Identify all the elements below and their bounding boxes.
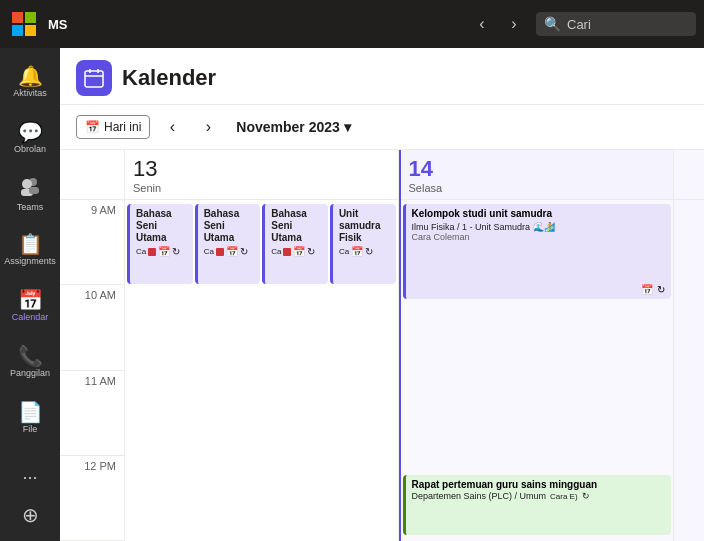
calendar-header: Kalender: [60, 48, 704, 105]
refresh-icon-3: ↻: [307, 246, 315, 257]
sidebar-label-file: File: [23, 424, 38, 435]
top-bar: MS ‹ › 🔍: [0, 0, 704, 48]
search-box: 🔍: [536, 12, 696, 36]
day-col-partial: [674, 150, 704, 541]
teams-icon: [19, 175, 41, 200]
time-slot-10am: 10 AM: [60, 285, 124, 370]
day-header-13: 13 Senin: [125, 150, 398, 200]
svg-rect-8: [85, 71, 103, 87]
day-number-14: 14: [409, 156, 433, 182]
sidebar-item-teams[interactable]: Teams: [4, 168, 56, 220]
time-slot-9am: 9 AM: [60, 200, 124, 285]
main-layout: 🔔 Aktivitas 💬 Obrolan Teams 📋 Assignment…: [0, 48, 704, 541]
day-col-13: 13 Senin Bahasa Seni Utama Ca: [125, 150, 399, 541]
time-slots: 9 AM 10 AM 11 AM 12 PM: [60, 200, 124, 541]
calendar-icon-large[interactable]: 📅: [641, 284, 653, 295]
calendar-icon-4: 📅: [351, 246, 363, 257]
calendar-icon: 📅: [18, 290, 43, 310]
forward-button[interactable]: ›: [500, 10, 528, 38]
refresh-icon-large[interactable]: ↻: [657, 284, 665, 295]
day-name-13: Senin: [133, 182, 161, 194]
calendar-icon-3: 📅: [293, 246, 305, 257]
sidebar-item-aktivitas[interactable]: 🔔 Aktivitas: [4, 56, 56, 108]
event-bahasa-seni-2[interactable]: Bahasa Seni Utama Ca 📅 ↻: [195, 204, 261, 284]
event-actions: 📅 ↻: [641, 284, 665, 295]
month-year-label: November 2023: [236, 119, 340, 135]
time-label-11am: 11 AM: [85, 375, 116, 387]
svg-rect-3: [25, 25, 36, 36]
refresh-icon-1: ↻: [172, 246, 180, 257]
prev-month-button[interactable]: ‹: [158, 113, 186, 141]
back-button[interactable]: ‹: [468, 10, 496, 38]
content-area: Kalender 📅 Hari ini ‹ › November 2023 ▾: [60, 48, 704, 541]
chevron-down-icon: ▾: [344, 119, 351, 135]
today-label: Hari ini: [104, 120, 141, 134]
add-app-button[interactable]: ⊕: [4, 497, 56, 533]
today-icon: 📅: [85, 120, 100, 134]
event-icon-3: Ca: [271, 247, 281, 256]
time-column: 9 AM 10 AM 11 AM 12 PM: [60, 150, 125, 541]
event-unit-samudra[interactable]: Unit samudra Fisik Ca 📅 ↻: [330, 204, 396, 284]
event-icon-1: Ca: [136, 247, 146, 256]
event-sub-1: Ilmu Fisika / 1 - Unit Samudra 🌊🏄: [412, 222, 666, 232]
calendar-toolbar: 📅 Hari ini ‹ › November 2023 ▾: [60, 105, 704, 150]
calendar-title-icon: [76, 60, 112, 96]
file-icon: 📄: [18, 402, 43, 422]
time-header: [60, 150, 124, 200]
calendar-icon-1: 📅: [158, 246, 170, 257]
event-bahasa-seni-3[interactable]: Bahasa Seni Utama Ca 📅 ↻: [262, 204, 328, 284]
calendar-title: Kalender: [122, 65, 216, 91]
phone-icon: 📞: [18, 346, 43, 366]
sidebar-item-calendar[interactable]: 📅 Calendar: [4, 280, 56, 332]
calendar-icon-2: 📅: [226, 246, 238, 257]
svg-rect-2: [12, 25, 23, 36]
event-rapat-sub: Departemen Sains (PLC) / Umum Cara E) ↻: [412, 491, 666, 501]
red-square-icon-2: [216, 248, 224, 256]
partial-header: [674, 150, 704, 200]
sidebar-item-file[interactable]: 📄 File: [4, 392, 56, 444]
nav-arrows: ‹ ›: [468, 10, 528, 38]
month-year-button[interactable]: November 2023 ▾: [230, 115, 357, 139]
time-label-9am: 9 AM: [91, 204, 116, 216]
time-label-10am: 10 AM: [85, 289, 116, 301]
event-rapat-guru[interactable]: Rapat pertemuan guru sains mingguan Depa…: [403, 475, 672, 535]
next-month-button[interactable]: ›: [194, 113, 222, 141]
event-kelompok-studi[interactable]: Kelompok studi unit samudra Ilmu Fisika …: [403, 204, 672, 299]
sidebar: 🔔 Aktivitas 💬 Obrolan Teams 📋 Assignment…: [0, 48, 60, 541]
sidebar-label-aktivitas: Aktivitas: [13, 88, 47, 99]
assignments-icon: 📋: [18, 234, 43, 254]
event-icon-2: Ca: [204, 247, 214, 256]
bell-icon: 🔔: [18, 66, 43, 86]
day-name-14: Selasa: [409, 182, 443, 194]
day-number-13: 13: [133, 156, 157, 182]
sidebar-label-obrolan: Obrolan: [14, 144, 46, 155]
days-area: 13 Senin Bahasa Seni Utama Ca: [125, 150, 704, 541]
refresh-icon-rapat[interactable]: ↻: [582, 491, 590, 501]
day-events-13: Bahasa Seni Utama Ca 📅 ↻ Bahasa: [125, 200, 398, 541]
day-events-14: Kelompok studi unit samudra Ilmu Fisika …: [401, 200, 674, 541]
svg-rect-1: [25, 12, 36, 23]
sidebar-label-teams: Teams: [17, 202, 44, 213]
sidebar-label-panggilan: Panggilan: [10, 368, 50, 379]
calendar-grid: 9 AM 10 AM 11 AM 12 PM: [60, 150, 704, 541]
svg-rect-7: [29, 187, 39, 194]
sidebar-item-panggilan[interactable]: 📞 Panggilan: [4, 336, 56, 388]
sidebar-item-obrolan[interactable]: 💬 Obrolan: [4, 112, 56, 164]
time-slot-11am: 11 AM: [60, 371, 124, 456]
today-button[interactable]: 📅 Hari ini: [76, 115, 150, 139]
search-input[interactable]: [567, 17, 688, 32]
sidebar-label-assignments: Assignments: [4, 256, 56, 267]
red-square-icon-3: [283, 248, 291, 256]
app-name: MS: [48, 17, 68, 32]
more-button[interactable]: ···: [4, 461, 56, 493]
event-bahasa-seni-1[interactable]: Bahasa Seni Utama Ca 📅 ↻: [127, 204, 193, 284]
time-slot-12pm: 12 PM: [60, 456, 124, 541]
day-header-14: 14 Selasa: [401, 150, 674, 200]
sidebar-item-assignments[interactable]: 📋 Assignments: [4, 224, 56, 276]
sidebar-label-calendar: Calendar: [12, 312, 49, 323]
event-icon-4: Ca: [339, 247, 349, 256]
time-label-12pm: 12 PM: [84, 460, 116, 472]
red-square-icon: [148, 248, 156, 256]
search-icon: 🔍: [544, 16, 561, 32]
chat-icon: 💬: [18, 122, 43, 142]
